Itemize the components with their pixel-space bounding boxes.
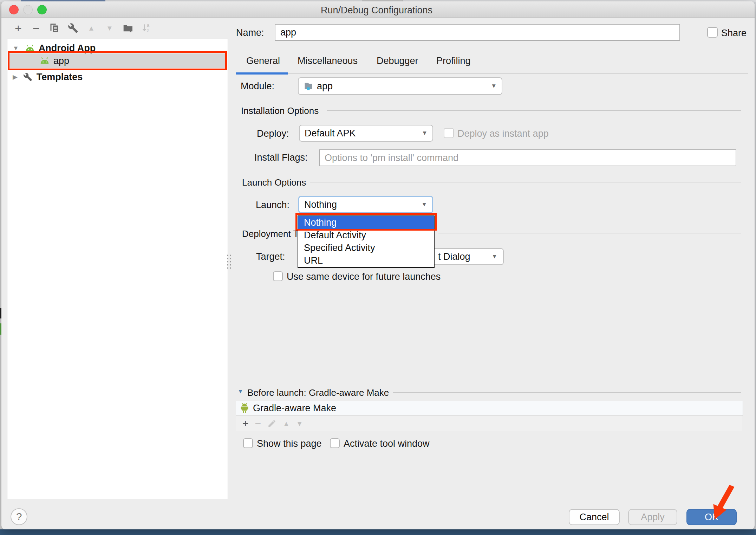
activate-tool-window-checkbox[interactable]	[330, 438, 340, 448]
plus-icon: +	[15, 22, 22, 34]
deploy-select[interactable]: Default APK ▼	[299, 125, 433, 142]
android-robot-icon	[240, 403, 249, 413]
before-launch-toolbar: + − ▲ ▼	[236, 415, 743, 431]
arrow-down-icon: ▼	[106, 25, 113, 32]
use-same-device-label: Use same device for future launches	[287, 271, 441, 282]
launch-value: Nothing	[304, 199, 418, 210]
edit-defaults-button[interactable]	[66, 21, 80, 36]
tab-general[interactable]: General	[246, 56, 280, 66]
dropdown-item-url[interactable]: URL	[298, 254, 434, 267]
installation-options-header: Installation Options	[241, 105, 319, 116]
show-this-page-checkbox[interactable]	[243, 438, 253, 448]
deploy-label: Deploy:	[257, 128, 289, 139]
cancel-button[interactable]: Cancel	[569, 509, 620, 525]
tree-item-app[interactable]: app	[8, 53, 227, 68]
collapse-triangle-icon[interactable]: ▼	[237, 388, 243, 395]
tree-item-templates[interactable]: ▶ Templates	[8, 70, 227, 84]
android-icon	[39, 57, 50, 65]
launch-select[interactable]: Nothing ▼	[298, 196, 433, 213]
chevron-down-icon: ▼	[491, 83, 497, 90]
instant-app-label: Deploy as instant app	[457, 128, 549, 139]
install-flags-label: Install Flags:	[254, 152, 308, 163]
share-checkbox[interactable]	[707, 27, 718, 38]
deployment-target-header: Deployment T	[242, 228, 299, 239]
module-icon	[304, 81, 313, 91]
background-desktop-strip	[0, 529, 756, 535]
apply-button[interactable]: Apply	[628, 509, 677, 525]
launch-label: Launch:	[256, 200, 289, 211]
copy-icon	[49, 23, 60, 33]
section-divider	[327, 110, 741, 111]
before-launch-task-label: Gradle-aware Make	[253, 403, 336, 414]
chevron-expanded-icon[interactable]: ▼	[13, 45, 19, 52]
tree-item-label: app	[53, 56, 69, 66]
activate-tool-window-label: Activate tool window	[344, 438, 430, 449]
tree-item-android-app[interactable]: ▼ Android App	[8, 41, 227, 55]
panel-splitter-handle[interactable]	[226, 254, 232, 270]
chevron-down-icon: ▼	[421, 201, 427, 208]
minus-icon[interactable]: −	[255, 418, 261, 429]
edit-pencil-icon[interactable]	[267, 419, 276, 428]
section-divider	[393, 392, 741, 393]
module-select[interactable]: app ▼	[298, 77, 502, 95]
android-icon	[25, 44, 35, 52]
instant-app-checkbox[interactable]	[444, 128, 454, 138]
chevron-collapsed-icon[interactable]: ▶	[13, 73, 18, 81]
move-down-button[interactable]: ▼	[102, 21, 117, 36]
install-flags-input[interactable]	[319, 149, 736, 166]
arrow-down-icon[interactable]: ▼	[296, 420, 303, 427]
target-label: Target:	[256, 251, 285, 262]
new-folder-button[interactable]	[121, 21, 136, 36]
svg-text:a: a	[147, 22, 150, 28]
minus-icon: −	[33, 22, 40, 34]
move-up-button[interactable]: ▲	[84, 21, 99, 36]
copy-configuration-button[interactable]	[47, 21, 62, 36]
wrench-icon	[68, 23, 78, 33]
tab-strip-divider	[236, 73, 748, 74]
tree-item-label: Android App	[39, 43, 96, 54]
arrow-up-icon: ▲	[88, 25, 95, 32]
launch-dropdown-popup: Nothing Default Activity Specified Activ…	[298, 215, 435, 268]
show-this-page-label: Show this page	[257, 438, 322, 449]
deploy-value: Default APK	[305, 128, 419, 139]
use-same-device-checkbox[interactable]	[273, 271, 283, 281]
remove-configuration-button[interactable]: −	[29, 21, 44, 36]
arrow-up-icon[interactable]: ▲	[283, 420, 290, 427]
name-label: Name:	[236, 27, 264, 38]
section-divider	[438, 233, 741, 233]
dropdown-item-default-activity[interactable]: Default Activity	[298, 229, 434, 241]
plus-icon[interactable]: +	[242, 418, 249, 429]
screenshot-root: Run/Debug Configurations + − ▲ ▼ az ▼ An…	[0, 0, 756, 535]
dropdown-item-nothing[interactable]: Nothing	[298, 216, 434, 229]
configurations-tree-panel	[7, 39, 228, 499]
question-mark-icon: ?	[16, 511, 22, 523]
tab-debugger[interactable]: Debugger	[377, 56, 418, 66]
module-value: app	[317, 81, 488, 92]
dialog-title: Run/Debug Configurations	[0, 5, 753, 16]
launch-options-header: Launch Options	[242, 177, 306, 188]
chevron-down-icon: ▼	[422, 130, 428, 137]
folder-plus-icon	[123, 22, 134, 34]
svg-text:z: z	[147, 28, 149, 33]
name-input[interactable]	[275, 24, 680, 41]
tab-profiling[interactable]: Profiling	[436, 56, 471, 66]
sort-configurations-button[interactable]: az	[138, 21, 153, 36]
before-launch-task-row[interactable]: Gradle-aware Make	[236, 401, 743, 415]
share-label: Share	[721, 28, 747, 39]
wrench-icon	[23, 72, 32, 82]
active-tab-underline	[236, 72, 288, 75]
sort-az-icon: az	[140, 22, 151, 34]
module-label: Module:	[241, 81, 274, 92]
chevron-down-icon: ▼	[491, 253, 497, 260]
target-value: t Dialog	[438, 251, 470, 262]
add-configuration-button[interactable]: +	[11, 21, 26, 36]
section-divider	[310, 182, 741, 182]
before-launch-header: Before launch: Gradle-aware Make	[247, 387, 389, 398]
dropdown-item-specified-activity[interactable]: Specified Activity	[298, 241, 434, 254]
before-launch-list: Gradle-aware Make + − ▲ ▼	[236, 401, 743, 431]
tree-item-label: Templates	[37, 72, 83, 83]
tab-miscellaneous[interactable]: Miscellaneous	[298, 56, 358, 66]
help-button[interactable]: ?	[11, 508, 27, 525]
annotation-arrow	[704, 484, 743, 523]
